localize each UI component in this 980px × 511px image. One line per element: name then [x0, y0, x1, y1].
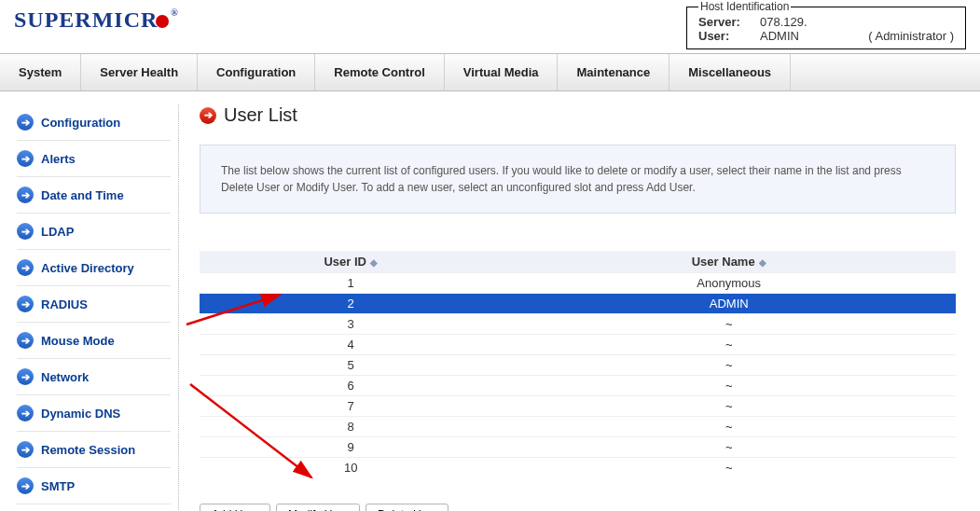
sidebar-item-label: Mouse Mode	[41, 334, 115, 348]
delete-user-button[interactable]: Delete User	[366, 504, 449, 511]
nav-system[interactable]: System	[0, 54, 81, 90]
sidebar-item-label: RADIUS	[41, 297, 88, 311]
user-value: ADMIN	[760, 29, 830, 43]
cell-user-id: 6	[200, 376, 502, 396]
page-title-row: ➔ User List	[200, 104, 956, 126]
cell-user-id: 8	[200, 417, 502, 437]
arrow-right-icon: ➔	[17, 223, 34, 240]
sidebar-item-label: Alerts	[41, 152, 76, 166]
cell-user-name: ~	[502, 396, 956, 417]
logo-text: SUPERMICR®	[14, 7, 179, 32]
table-row[interactable]: 9~	[200, 437, 956, 458]
sidebar-item-alerts[interactable]: ➔Alerts	[17, 141, 171, 177]
sidebar-item-label: Date and Time	[41, 188, 124, 202]
table-row[interactable]: 1Anonymous	[200, 273, 956, 294]
nav-server-health[interactable]: Server Health	[81, 54, 198, 90]
server-value: 078.129.	[760, 15, 830, 29]
user-label: User:	[698, 29, 751, 43]
arrow-right-icon: ➔	[17, 150, 34, 167]
arrow-right-icon: ➔	[17, 259, 34, 276]
main-content: ➔ User List The list below shows the cur…	[179, 104, 980, 511]
logo: SUPERMICR®	[14, 0, 179, 33]
table-row[interactable]: 8~	[200, 417, 956, 437]
sidebar-item-remote-session[interactable]: ➔Remote Session	[17, 432, 171, 468]
sort-icon: ◆	[759, 257, 766, 268]
sidebar-item-label: Network	[41, 370, 89, 384]
cell-user-id: 5	[200, 355, 502, 376]
main-nav: System Server Health Configuration Remot…	[0, 53, 980, 91]
nav-remote-control[interactable]: Remote Control	[315, 54, 445, 90]
nav-configuration[interactable]: Configuration	[198, 54, 315, 90]
cell-user-name: ~	[502, 417, 956, 437]
sidebar-item-mouse-mode[interactable]: ➔Mouse Mode	[17, 323, 171, 359]
table-row[interactable]: 4~	[200, 335, 956, 355]
cell-user-name: ADMIN	[502, 294, 956, 314]
sidebar-item-smtp[interactable]: ➔SMTP	[17, 468, 171, 504]
sidebar-item-active-directory[interactable]: ➔Active Directory	[17, 250, 171, 286]
cell-user-name: ~	[502, 335, 956, 355]
sidebar-item-configuration[interactable]: ➔Configuration	[17, 104, 171, 141]
arrow-right-icon: ➔	[17, 477, 34, 494]
cell-user-id: 7	[200, 396, 502, 417]
cell-user-id: 4	[200, 335, 502, 355]
arrow-right-icon: ➔	[17, 441, 34, 458]
sidebar-item-ldap[interactable]: ➔LDAP	[17, 214, 171, 250]
sidebar-item-label: Remote Session	[41, 443, 135, 457]
host-identification-box: Host Identification Server: 078.129. Use…	[686, 0, 966, 49]
nav-virtual-media[interactable]: Virtual Media	[445, 54, 559, 90]
cell-user-name: Anonymous	[502, 273, 956, 294]
sidebar-item-date-time[interactable]: ➔Date and Time	[17, 177, 171, 214]
table-row[interactable]: 6~	[200, 376, 956, 396]
page-title: User List	[224, 104, 297, 126]
sidebar-item-network[interactable]: ➔Network	[17, 359, 171, 395]
sidebar-item-label: Configuration	[41, 116, 120, 130]
user-role: ( Administrator )	[868, 29, 954, 43]
col-user-name[interactable]: User Name◆	[502, 251, 956, 273]
arrow-right-icon: ➔	[17, 405, 34, 421]
sidebar-item-label: Active Directory	[41, 261, 134, 275]
host-id-legend: Host Identification	[698, 0, 791, 13]
nav-maintenance[interactable]: Maintenance	[558, 54, 669, 90]
cell-user-name: ~	[502, 458, 956, 478]
table-row[interactable]: 2ADMIN	[200, 294, 956, 314]
logo-dot-icon	[156, 15, 169, 28]
arrow-right-icon: ➔	[17, 332, 34, 349]
modify-user-button[interactable]: Modify User	[276, 504, 360, 511]
user-table: User ID◆ User Name◆ 1Anonymous2ADMIN3~4~…	[200, 251, 956, 477]
sidebar-item-label: SMTP	[41, 479, 75, 493]
table-row[interactable]: 5~	[200, 355, 956, 376]
sidebar: ➔Configuration ➔Alerts ➔Date and Time ➔L…	[0, 104, 179, 511]
arrow-right-icon: ➔	[17, 114, 34, 131]
cell-user-id: 10	[200, 458, 502, 478]
table-row[interactable]: 3~	[200, 314, 956, 335]
nav-miscellaneous[interactable]: Miscellaneous	[669, 54, 791, 90]
sort-icon: ◆	[370, 257, 378, 268]
cell-user-id: 2	[200, 294, 502, 314]
cell-user-id: 3	[200, 314, 502, 335]
info-box: The list below shows the current list of…	[200, 145, 956, 214]
sidebar-item-ssl-certification[interactable]: ➔SSL Certification	[17, 504, 171, 511]
sidebar-item-dynamic-dns[interactable]: ➔Dynamic DNS	[17, 395, 171, 432]
cell-user-name: ~	[502, 314, 956, 335]
cell-user-name: ~	[502, 437, 956, 458]
arrow-right-icon: ➔	[17, 186, 34, 203]
cell-user-id: 9	[200, 437, 502, 458]
arrow-right-icon: ➔	[17, 368, 34, 385]
cell-user-name: ~	[502, 355, 956, 376]
sidebar-item-label: Dynamic DNS	[41, 407, 120, 421]
button-row: Add User Modify User Delete User	[200, 504, 956, 511]
col-user-id[interactable]: User ID◆	[200, 251, 502, 273]
sidebar-item-label: LDAP	[41, 225, 74, 239]
table-row[interactable]: 10~	[200, 458, 956, 478]
table-row[interactable]: 7~	[200, 396, 956, 417]
arrow-right-icon: ➔	[200, 107, 216, 124]
arrow-right-icon: ➔	[17, 296, 34, 312]
sidebar-item-radius[interactable]: ➔RADIUS	[17, 286, 171, 323]
add-user-button[interactable]: Add User	[200, 504, 270, 511]
cell-user-id: 1	[200, 273, 502, 294]
server-label: Server:	[698, 15, 751, 29]
cell-user-name: ~	[502, 376, 956, 396]
